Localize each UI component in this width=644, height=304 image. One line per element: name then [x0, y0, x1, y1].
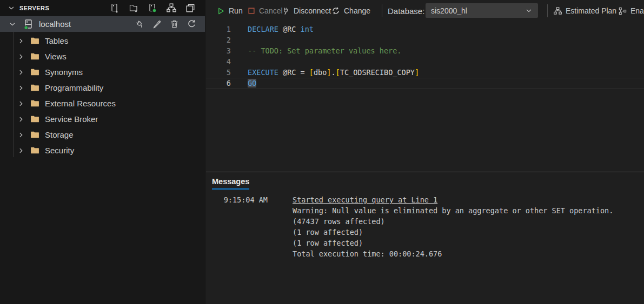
folder-icon [30, 146, 39, 155]
toolbar-separator [547, 4, 548, 17]
chevron-right-icon [17, 100, 25, 107]
highlighted-word: GO [248, 79, 256, 87]
run-label: Run [229, 6, 243, 15]
disconnect-plug-icon [282, 7, 290, 15]
disconnect-button[interactable]: Disconnect [282, 0, 331, 22]
message-text: Warning: Null value is eliminated by an … [293, 205, 613, 216]
message-link[interactable]: Started executing query at Line 1 [293, 194, 437, 205]
tree-item-security[interactable]: Security [0, 143, 205, 158]
chevron-right-icon [17, 147, 25, 154]
tree-item-tables[interactable]: Tables [0, 33, 205, 49]
message-timestamp [206, 205, 268, 216]
servers-panel-actions [110, 3, 200, 13]
tab-messages[interactable]: Messages [212, 177, 249, 190]
server-row-actions [135, 19, 205, 29]
folder-icon [30, 99, 39, 108]
tree-item-label: Security [45, 146, 74, 155]
chevron-down-icon [8, 4, 15, 12]
chevron-right-icon [17, 69, 25, 76]
message-timestamp: 9:15:04 AM [206, 194, 268, 205]
tree-item-label: Views [45, 52, 67, 61]
database-label: Database: [388, 0, 424, 22]
estimated-plan-label: Estimated Plan [566, 6, 616, 15]
message-row: Warning: Null value is eliminated by an … [206, 205, 644, 216]
cancel-icon [248, 7, 255, 15]
tree-item-service-broker[interactable]: Service Broker [0, 111, 205, 127]
change-sync-icon [331, 6, 340, 15]
tree-item-storage[interactable]: Storage [0, 127, 205, 143]
message-row: (1 row affected) [206, 227, 644, 238]
messages-content: 9:15:04 AM Started executing query at Li… [206, 194, 644, 259]
server-icon [23, 19, 34, 30]
line-number: 4 [206, 56, 231, 67]
disconnect-plug-icon[interactable] [135, 19, 144, 29]
folder-icon [30, 52, 39, 61]
folder-icon [30, 114, 39, 124]
chevron-right-icon [17, 37, 25, 45]
change-connection-button[interactable]: Change [331, 0, 370, 22]
new-connection-icon[interactable] [110, 3, 119, 13]
tree-item-label: Storage [45, 130, 74, 139]
tree-item-label: External Resources [45, 99, 116, 108]
query-editor-pane: Run Cancel Disconnect Change [206, 0, 644, 304]
delete-trash-icon[interactable] [170, 19, 179, 29]
line-number: 6 [206, 78, 231, 89]
enable-sqlcmd-icon [619, 7, 627, 15]
change-label: Change [344, 6, 370, 15]
message-timestamp [206, 216, 268, 227]
chevron-right-icon [17, 53, 25, 60]
folder-icon [30, 67, 39, 77]
server-name: localhost [39, 19, 135, 29]
estimated-plan-button[interactable]: Estimated Plan [554, 0, 616, 22]
sql-editor[interactable]: 1 DECLARE @RC int 2 3 -- TODO: Set param… [206, 22, 644, 171]
object-explorer-tree: Tables Views Synonyms Programmability Ex… [0, 32, 205, 158]
disconnect-label: Disconnect [294, 6, 331, 15]
edit-pencil-icon[interactable] [152, 19, 162, 29]
tree-item-views[interactable]: Views [0, 49, 205, 64]
tree-item-synonyms[interactable]: Synonyms [0, 64, 205, 80]
server-item-localhost[interactable]: localhost [0, 16, 205, 32]
tree-item-external-resources[interactable]: External Resources [0, 96, 205, 111]
estimated-plan-icon [554, 7, 562, 15]
database-dropdown[interactable]: sis2000_hl [426, 3, 538, 18]
enable-sqlcmd-button[interactable]: Enabl [619, 0, 644, 22]
toolbar-separator [382, 4, 382, 17]
code-line-2[interactable]: 2 [206, 35, 644, 45]
servers-sidebar: SERVERS [0, 0, 205, 304]
tree-item-programmability[interactable]: Programmability [0, 80, 205, 96]
servers-panel-header[interactable]: SERVERS [0, 0, 205, 16]
message-row: (47437 rows affected) [206, 216, 644, 227]
cancel-button: Cancel [248, 0, 283, 22]
message-text: Total execution time: 00:00:24.676 [293, 248, 442, 259]
query-toolbar: Run Cancel Disconnect Change [206, 0, 644, 22]
new-server-group-icon[interactable] [129, 3, 138, 13]
folder-icon [30, 130, 39, 139]
message-row: (1 row affected) [206, 238, 644, 248]
tree-item-label: Programmability [45, 83, 103, 92]
message-timestamp [206, 238, 268, 248]
line-number: 5 [206, 67, 231, 78]
refresh-icon[interactable] [187, 19, 196, 29]
chevron-down-icon [525, 7, 533, 15]
folder-icon [30, 83, 39, 92]
messages-panel: Messages 9:15:04 AM Started executing qu… [206, 172, 644, 304]
run-icon [217, 7, 225, 15]
active-connections-icon[interactable] [148, 3, 157, 13]
tree-item-label: Service Broker [45, 114, 98, 124]
chevron-down-icon [9, 21, 16, 28]
tree-item-label: Synonyms [45, 67, 83, 77]
message-text: (1 row affected) [293, 238, 363, 248]
code-line-5[interactable]: 5 EXECUTE @RC = [dbo].[TC_ODSRECIBO_COPY… [206, 67, 644, 78]
code-line-3[interactable]: 3 -- TODO: Set parameter values here. [206, 45, 644, 56]
folder-icon [30, 36, 39, 45]
code-line-4[interactable]: 4 [206, 56, 644, 67]
run-button[interactable]: Run [217, 0, 243, 22]
tree-item-label: Tables [45, 36, 68, 45]
chevron-right-icon [17, 131, 25, 139]
hierarchy-icon[interactable] [167, 3, 176, 13]
message-timestamp [206, 248, 268, 259]
code-line-1[interactable]: 1 DECLARE @RC int [206, 24, 644, 35]
database-dropdown-value: sis2000_hl [431, 6, 525, 15]
collapse-all-icon[interactable] [185, 3, 195, 13]
code-line-6-active[interactable]: 6 GO [206, 78, 644, 89]
